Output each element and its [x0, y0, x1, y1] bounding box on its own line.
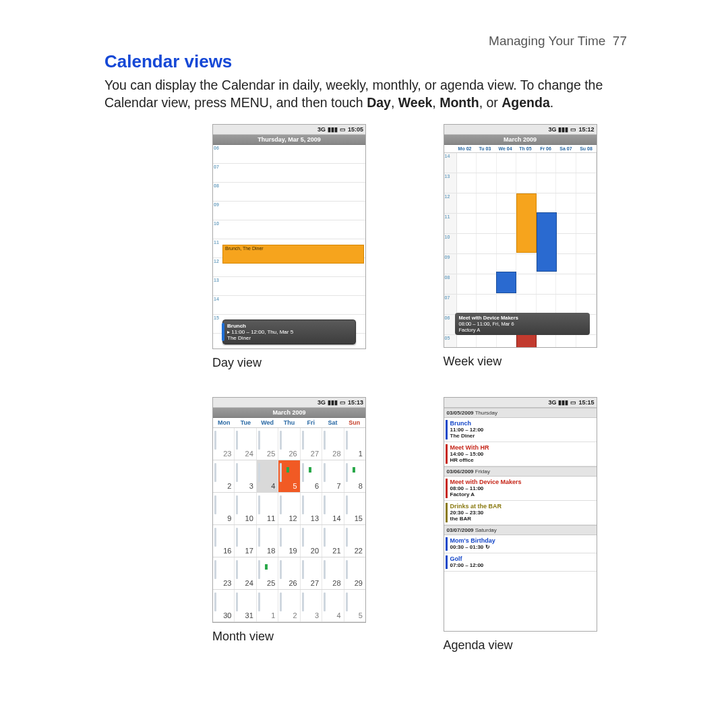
month-day-cell[interactable]: 19	[278, 525, 300, 557]
month-day-cell[interactable]: 28	[322, 428, 344, 460]
week-cell[interactable]	[576, 234, 597, 253]
week-cell[interactable]	[556, 214, 576, 233]
week-cell[interactable]	[576, 254, 597, 274]
month-day-cell[interactable]: 5	[278, 460, 300, 492]
month-day-cell[interactable]: 10	[235, 493, 256, 524]
month-day-cell[interactable]: 15	[344, 493, 365, 524]
week-event-blue-2[interactable]	[496, 272, 516, 293]
month-day-cell[interactable]: 3	[301, 590, 322, 621]
week-day-header[interactable]: We 04	[495, 145, 516, 152]
week-cell[interactable]	[576, 153, 597, 173]
month-day-cell[interactable]: 2	[213, 460, 235, 492]
week-cell[interactable]	[457, 254, 477, 274]
day-hour-row[interactable]: 14	[213, 296, 365, 315]
week-cell[interactable]	[457, 193, 477, 213]
month-day-cell[interactable]: 25	[257, 557, 278, 589]
week-event-orange[interactable]	[516, 193, 537, 253]
month-day-cell[interactable]: 27	[301, 557, 322, 589]
week-cell[interactable]	[477, 173, 497, 193]
month-day-cell[interactable]: 7	[322, 460, 344, 492]
day-hour-row[interactable]: 06	[213, 145, 365, 164]
agenda-item[interactable]: Meet With HR14:00 – 15:00HR office	[444, 442, 597, 466]
week-cell[interactable]	[477, 153, 497, 173]
week-cell[interactable]	[477, 274, 497, 294]
week-cell[interactable]	[477, 234, 497, 253]
week-cell[interactable]	[497, 153, 517, 173]
week-cell[interactable]	[457, 214, 477, 233]
week-cell[interactable]	[516, 274, 537, 294]
week-cell[interactable]	[556, 193, 576, 213]
week-cell[interactable]	[576, 274, 597, 294]
week-event-popup[interactable]: Meet with Device Makers 08:00 – 11:00, F…	[455, 313, 590, 335]
week-day-header[interactable]: Sa 07	[556, 145, 576, 152]
week-cell[interactable]	[537, 274, 557, 294]
week-day-header[interactable]: Th 05	[516, 145, 536, 152]
week-day-header[interactable]: Mo 02	[455, 145, 475, 152]
month-day-cell[interactable]: 9	[213, 493, 235, 524]
month-day-cell[interactable]: 3	[235, 460, 256, 492]
week-cell[interactable]	[497, 295, 517, 314]
week-cell[interactable]	[556, 234, 576, 253]
month-day-cell[interactable]: 24	[235, 428, 256, 460]
week-day-header[interactable]: Su 08	[576, 145, 597, 152]
week-cell[interactable]	[497, 214, 517, 233]
month-day-cell[interactable]: 1	[257, 590, 278, 621]
month-day-cell[interactable]: 4	[322, 590, 344, 621]
week-cell[interactable]	[576, 335, 597, 347]
week-cell[interactable]	[516, 173, 537, 193]
month-day-cell[interactable]: 2	[278, 590, 300, 621]
month-day-cell[interactable]: 8	[344, 460, 365, 492]
day-hour-row[interactable]: 07	[213, 164, 365, 183]
month-day-cell[interactable]: 16	[213, 525, 235, 557]
month-day-cell[interactable]: 4	[257, 460, 278, 492]
month-day-cell[interactable]: 28	[322, 557, 344, 589]
month-day-cell[interactable]: 12	[278, 493, 300, 524]
month-day-cell[interactable]: 1	[344, 428, 365, 460]
week-cell[interactable]	[537, 153, 557, 173]
day-event-popup[interactable]: Brunch ▸ 11:00 – 12:00, Thu, Mar 5 The D…	[222, 320, 356, 344]
month-day-cell[interactable]: 26	[278, 557, 300, 589]
day-event-brunch[interactable]: Brunch, The Diner	[222, 245, 364, 264]
day-hour-row[interactable]: 08	[213, 183, 365, 202]
week-cell[interactable]	[457, 335, 477, 347]
agenda-item[interactable]: Brunch11:00 – 12:00The Diner	[444, 418, 597, 442]
week-cell[interactable]	[576, 295, 597, 314]
week-cell[interactable]	[497, 193, 517, 213]
month-day-cell[interactable]: 24	[235, 557, 256, 589]
month-day-cell[interactable]: 25	[257, 428, 278, 460]
month-day-cell[interactable]: 18	[257, 525, 278, 557]
month-day-cell[interactable]: 23	[213, 428, 235, 460]
agenda-item[interactable]: Mom's Birthday00:30 – 01:30 ↻	[444, 535, 597, 553]
week-cell[interactable]	[556, 335, 576, 347]
month-day-cell[interactable]: 22	[344, 525, 365, 557]
month-day-cell[interactable]: 14	[322, 493, 344, 524]
week-day-header[interactable]: Fr 06	[536, 145, 556, 152]
week-day-header[interactable]: Tu 03	[475, 145, 495, 152]
week-cell[interactable]	[457, 295, 477, 314]
week-cell[interactable]	[497, 335, 517, 347]
agenda-item[interactable]: Drinks at the BAR20:30 – 23:30the BAR	[444, 501, 597, 525]
week-cell[interactable]	[457, 153, 477, 173]
week-cell[interactable]	[516, 254, 537, 274]
month-day-cell[interactable]: 31	[235, 590, 256, 621]
week-cell[interactable]	[556, 173, 576, 193]
month-day-cell[interactable]: 23	[213, 557, 235, 589]
week-cell[interactable]	[497, 234, 517, 253]
day-hour-row[interactable]: 10	[213, 220, 365, 239]
week-cell[interactable]	[556, 254, 576, 274]
month-day-cell[interactable]: 30	[213, 590, 235, 621]
week-cell[interactable]	[477, 193, 497, 213]
week-cell[interactable]	[516, 153, 537, 173]
month-day-cell[interactable]: 13	[301, 493, 322, 524]
week-cell[interactable]	[477, 214, 497, 233]
week-cell[interactable]	[477, 254, 497, 274]
week-cell[interactable]	[556, 274, 576, 294]
week-cell[interactable]	[576, 193, 597, 213]
month-day-cell[interactable]: 11	[257, 493, 278, 524]
week-cell[interactable]	[537, 295, 557, 314]
month-day-cell[interactable]: 6	[301, 460, 322, 492]
month-day-cell[interactable]: 17	[235, 525, 256, 557]
week-cell[interactable]	[477, 335, 497, 347]
week-cell[interactable]	[537, 193, 557, 213]
week-cell[interactable]	[457, 234, 477, 253]
